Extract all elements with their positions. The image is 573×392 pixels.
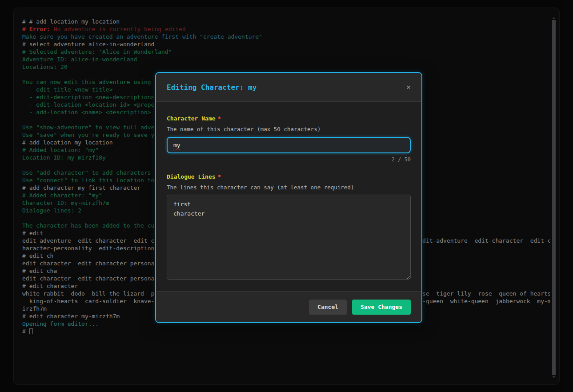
modal-footer: Cancel Save Changes (156, 291, 421, 322)
modal-body: Character Name* The name of this charact… (156, 102, 421, 291)
dialogue-lines-label: Dialogue Lines* (167, 173, 411, 180)
close-icon[interactable]: ✕ (406, 84, 411, 91)
dialogue-lines-field: Dialogue Lines* The lines this character… (167, 173, 411, 280)
character-name-label: Character Name* (167, 115, 411, 122)
label-text: Character Name (167, 115, 216, 122)
save-button[interactable]: Save Changes (352, 300, 411, 315)
required-asterisk: * (218, 115, 221, 122)
cancel-button[interactable]: Cancel (309, 300, 347, 315)
dialogue-lines-help: The lines this character can say (at lea… (167, 184, 411, 191)
character-name-help: The name of this character (max 50 chara… (167, 126, 411, 132)
character-name-field: Character Name* The name of this charact… (167, 115, 411, 163)
desktop-background: # # add location my location# Error: No … (0, 0, 573, 392)
character-count: 2 / 50 (167, 156, 411, 163)
required-asterisk: * (218, 173, 221, 180)
modal-header: Editing Character: my ✕ (156, 73, 421, 102)
label-text: Dialogue Lines (167, 173, 216, 180)
dialogue-lines-textarea[interactable]: first character (167, 195, 411, 280)
edit-character-modal: Editing Character: my ✕ Character Name* … (155, 72, 422, 323)
character-name-value: my (173, 142, 180, 148)
character-name-input[interactable]: my (167, 137, 411, 153)
modal-title: Editing Character: my (167, 83, 256, 92)
